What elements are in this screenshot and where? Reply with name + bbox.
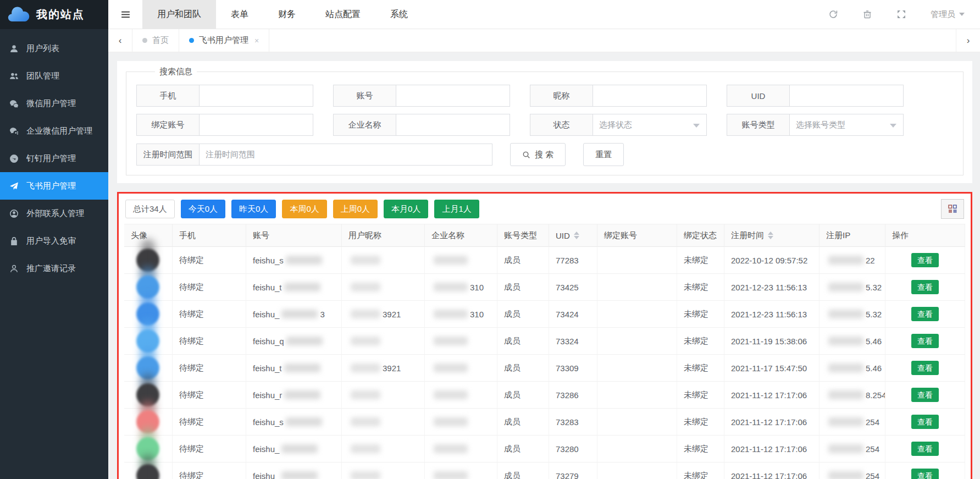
view-button[interactable]: 查看: [911, 361, 939, 375]
table-header-cell: 手机: [173, 224, 246, 247]
stat-chip[interactable]: 昨天0人: [231, 200, 276, 218]
stat-chip[interactable]: 总计34人: [125, 200, 175, 218]
field-input[interactable]: [199, 114, 313, 136]
sidebar-item[interactable]: 钉钉用户管理: [0, 145, 108, 172]
sidebar-item[interactable]: 推广邀请记录: [0, 255, 108, 282]
cloud-logo-icon: [7, 7, 31, 23]
redacted-blob: [351, 256, 380, 265]
reset-button[interactable]: 重置: [583, 143, 624, 166]
sidebar-item[interactable]: 微信用户管理: [0, 90, 108, 117]
field-input[interactable]: 选择状态: [593, 114, 707, 136]
search-form-grid: 手机 账号: [136, 85, 953, 136]
search-field-group: 账号: [333, 85, 510, 107]
redacted-blob: [828, 471, 863, 479]
view-button[interactable]: 查看: [911, 334, 939, 348]
stat-chip[interactable]: 本月0人: [384, 200, 428, 218]
close-tab-icon[interactable]: ×: [254, 36, 259, 45]
redacted-blob: [351, 417, 380, 426]
table-header-cell: 企业名称: [425, 224, 497, 247]
view-button[interactable]: 查看: [911, 469, 939, 479]
field-input[interactable]: [593, 85, 707, 107]
field-input[interactable]: [199, 85, 313, 107]
view-button[interactable]: 查看: [911, 415, 939, 429]
cell-nickname: 3921: [342, 301, 425, 328]
cell-bind-status: 未绑定: [677, 409, 724, 436]
redacted-blob: [281, 310, 318, 318]
trash-button[interactable]: [862, 9, 872, 19]
wechat-icon: [9, 99, 19, 108]
table-header-cell: 用户昵称: [342, 224, 425, 247]
cell-account: feishu_q: [246, 328, 342, 355]
cell-nickname: [342, 409, 425, 436]
collapse-sidebar-button[interactable]: [108, 0, 142, 29]
table-row: 待绑定 feishu_: [124, 436, 965, 463]
fullscreen-button[interactable]: [896, 9, 906, 19]
stats-row: 总计34人 今天0人 昨天0人 本周0人: [124, 197, 965, 224]
top-nav-tab[interactable]: 站点配置: [311, 0, 375, 29]
field-input[interactable]: [396, 114, 510, 136]
sidebar: 我的站点 用户列表: [0, 0, 108, 479]
top-nav-tab[interactable]: 用户和团队: [142, 0, 216, 29]
sidebar-item[interactable]: 飞书用户管理: [0, 172, 108, 200]
field-input[interactable]: [396, 85, 510, 107]
field-input[interactable]: 选择账号类型: [789, 114, 904, 136]
stat-chip[interactable]: 上周0人: [333, 200, 378, 218]
view-button[interactable]: 查看: [911, 388, 939, 402]
brand-logo: 我的站点: [0, 0, 108, 29]
sort-icon[interactable]: [768, 232, 773, 239]
tabs-scroll-right-icon[interactable]: ›: [956, 29, 980, 52]
sidebar-item[interactable]: 企业微信用户管理: [0, 117, 108, 145]
field-label: 企业名称: [333, 114, 396, 136]
app-window: 我的站点 用户列表: [0, 0, 980, 479]
view-button[interactable]: 查看: [911, 253, 939, 267]
sidebar-item-label: 用户列表: [26, 43, 59, 54]
cell-phone: 待绑定: [173, 409, 246, 436]
view-button[interactable]: 查看: [911, 442, 939, 456]
cell-bind-status: 未绑定: [677, 463, 724, 479]
page-tab[interactable]: 首页: [132, 29, 179, 52]
stat-chip[interactable]: 今天0人: [181, 200, 225, 218]
sidebar-item[interactable]: 用户导入免审: [0, 227, 108, 255]
top-nav-tab[interactable]: 表单: [216, 0, 263, 29]
cell-account-type: 成员: [497, 301, 549, 328]
date-range-input[interactable]: 注册时间范围: [199, 144, 492, 166]
cell-bind-account: [597, 328, 677, 355]
stat-chip[interactable]: 本周0人: [282, 200, 326, 218]
view-button[interactable]: 查看: [911, 280, 939, 294]
sort-icon[interactable]: [574, 232, 579, 239]
sidebar-item[interactable]: 外部联系人管理: [0, 200, 108, 227]
cell-nickname: 3921: [342, 355, 425, 382]
refresh-button[interactable]: [828, 9, 838, 19]
search-field-group: 企业名称: [333, 114, 510, 136]
page-tabs: 首页 飞书用户管理 ×: [132, 29, 269, 52]
top-nav-tab[interactable]: 财务: [263, 0, 311, 29]
redacted-blob: [434, 256, 468, 265]
stat-chip[interactable]: 上月1人: [434, 200, 479, 218]
column-settings-button[interactable]: [941, 199, 964, 219]
cell-company: [425, 328, 497, 355]
cell-phone: 待绑定: [173, 436, 246, 463]
cell-company: [425, 463, 497, 479]
table-header-cell: UID: [549, 224, 597, 247]
sidebar-item[interactable]: 团队管理: [0, 62, 108, 90]
top-nav-tab-label: 系统: [390, 9, 408, 20]
field-input[interactable]: [789, 85, 904, 107]
tabs-scroll-left-icon[interactable]: ‹: [108, 29, 132, 52]
search-field-group: 绑定账号: [136, 114, 313, 136]
top-nav-tab[interactable]: 系统: [375, 0, 423, 29]
stat-chips: 总计34人 今天0人 昨天0人 本周0人: [125, 200, 479, 218]
sidebar-item-label: 飞书用户管理: [26, 181, 76, 191]
redacted-blob: [351, 444, 380, 453]
cell-nickname: [342, 328, 425, 355]
cell-company: [425, 382, 497, 409]
page-tab-label: 首页: [152, 35, 169, 46]
cell-reg-ip: 8.254: [820, 382, 885, 409]
cell-account-type: 成员: [497, 463, 549, 479]
search-button[interactable]: 搜 索: [510, 143, 566, 166]
search-field-group: 账号类型 选择账号类型: [727, 114, 904, 136]
view-button[interactable]: 查看: [911, 307, 939, 321]
redacted-blob: [351, 283, 380, 291]
sidebar-item[interactable]: 用户列表: [0, 35, 108, 62]
page-tab[interactable]: 飞书用户管理 ×: [179, 29, 269, 52]
user-menu[interactable]: 管理员: [931, 9, 965, 20]
